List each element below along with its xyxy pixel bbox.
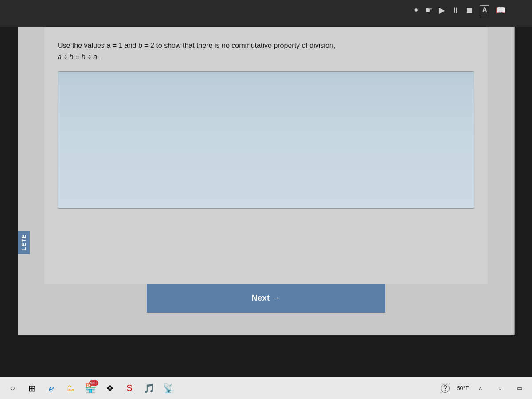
question-line1: Use the values a = 1 and b = 2 to show t…	[58, 40, 474, 51]
next-button-container: Next →	[44, 284, 488, 326]
text-icon[interactable]: A	[480, 5, 489, 15]
content-panel: Use the values a = 1 and b = 2 to show t…	[44, 27, 488, 284]
book-icon[interactable]: 📖	[496, 5, 505, 15]
chevron-up-icon: ∧	[478, 385, 483, 391]
taskview-button[interactable]: ⊞	[24, 380, 40, 396]
app4-icon: 📡	[163, 383, 174, 394]
notification-icon: ○	[498, 385, 502, 391]
edge-icon: ℯ	[49, 383, 54, 394]
play-icon[interactable]: ▶	[439, 5, 445, 15]
store-badge: 99+	[89, 380, 98, 386]
explorer-button[interactable]: 🗂	[63, 380, 79, 396]
top-bar: ✦ ☛ ▶ ⏸ ⏹ A 📖	[0, 0, 532, 27]
taskbar: ○ ⊞ ℯ 🗂 🏪 99+ ❖ S 🎵 📡 ? 50°F ∧	[0, 377, 532, 399]
store-button[interactable]: 🏪 99+	[82, 380, 98, 396]
windows-icon: ○	[10, 383, 15, 393]
temperature-display: 50°F	[457, 385, 469, 391]
toolbar-icons: ✦ ☛ ▶ ⏸ ⏹ A 📖	[413, 5, 505, 15]
delete-tab[interactable]: LETE	[18, 231, 30, 254]
taskview-icon: ⊞	[28, 383, 36, 394]
next-button[interactable]: Next →	[147, 284, 385, 313]
help-button[interactable]: ?	[437, 380, 453, 396]
app4-button[interactable]: 📡	[160, 380, 176, 396]
show-desktop-button[interactable]: ▭	[512, 380, 528, 396]
pause-icon[interactable]: ⏸	[451, 6, 459, 15]
app2-icon: S	[126, 383, 132, 393]
app3-icon: 🎵	[144, 383, 155, 394]
notification-button[interactable]: ○	[492, 380, 508, 396]
show-desktop-icon: ▭	[517, 385, 522, 391]
explorer-icon: 🗂	[66, 383, 75, 393]
hand-icon[interactable]: ☛	[426, 5, 433, 15]
app2-button[interactable]: S	[121, 380, 137, 396]
question-text: Use the values a = 1 and b = 2 to show t…	[58, 40, 474, 63]
add-icon[interactable]: ✦	[413, 5, 419, 15]
chevron-up-button[interactable]: ∧	[473, 380, 489, 396]
app1-button[interactable]: ❖	[102, 380, 118, 396]
app3-button[interactable]: 🎵	[141, 380, 157, 396]
answer-area[interactable]	[58, 71, 474, 209]
start-button[interactable]: ○	[4, 380, 20, 396]
right-border-decoration	[514, 27, 515, 335]
stop-icon[interactable]: ⏹	[466, 6, 473, 15]
help-icon: ?	[441, 384, 450, 393]
edge-button[interactable]: ℯ	[43, 380, 59, 396]
app1-icon: ❖	[106, 383, 114, 394]
system-tray: ? 50°F ∧ ○ ▭	[437, 380, 528, 396]
question-line2: a ÷ b = b ÷ a .	[58, 51, 474, 63]
